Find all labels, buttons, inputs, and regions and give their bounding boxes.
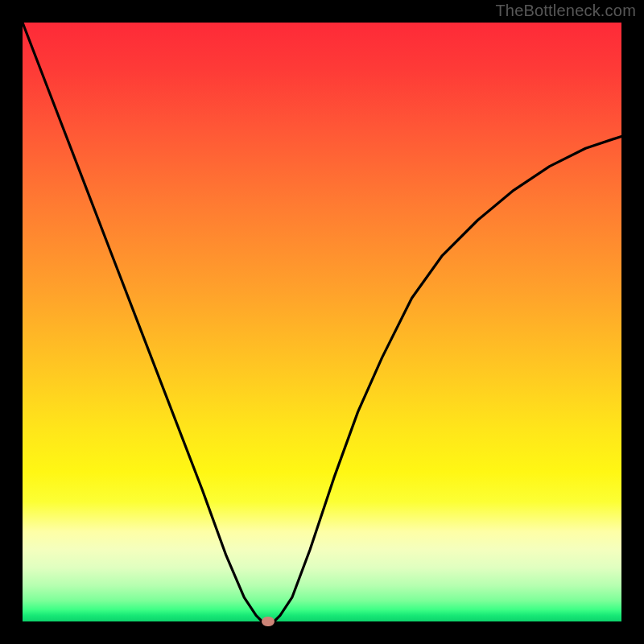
optimal-point-marker [262,617,275,626]
watermark-text: TheBottleneck.com [495,2,636,20]
plot-area [23,23,621,621]
chart-frame: TheBottleneck.com [0,0,644,644]
curve-path [23,23,621,621]
bottleneck-curve [23,23,621,621]
